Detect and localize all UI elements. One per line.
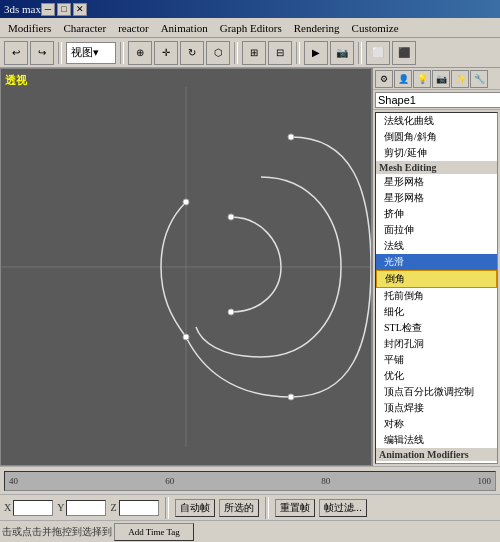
minimize-button[interactable]: ─ (41, 3, 55, 16)
ruler-marks: 40 60 80 100 (5, 476, 495, 486)
modifier-item[interactable]: 法线 (376, 238, 497, 254)
modifier-item[interactable]: 倒角 (376, 270, 497, 288)
filter-button[interactable]: 帧过滤... (319, 499, 367, 517)
select-button[interactable]: ⊕ (128, 41, 152, 65)
main-area: 透视 ⚙ 👤 💡 📷 ✨ (0, 68, 500, 466)
toolbar-separator-status2 (265, 497, 269, 519)
svg-point-5 (183, 199, 189, 205)
modifier-item[interactable]: 剪切/延伸 (376, 145, 497, 161)
menu-item-character[interactable]: Character (57, 20, 112, 36)
svg-point-3 (288, 394, 294, 400)
modifier-item[interactable]: 星形网格 (376, 190, 497, 206)
modifier-item[interactable]: 顶点百分比微调控制 (376, 384, 497, 400)
modifier-item[interactable]: 优化 (376, 368, 497, 384)
scale-button[interactable]: ⬡ (206, 41, 230, 65)
redo-button[interactable]: ↪ (30, 41, 54, 65)
modifier-item[interactable]: 细化 (376, 304, 497, 320)
camera-button[interactable]: 📷 (330, 41, 354, 65)
timeline-ruler[interactable]: 40 60 80 100 (4, 471, 496, 491)
add-time-tag-button[interactable]: Add Time Tag (114, 523, 194, 541)
selected-button[interactable]: 所选的 (219, 499, 259, 517)
menu-item-animation[interactable]: Animation (155, 20, 214, 36)
close-button[interactable]: ✕ (73, 3, 87, 16)
modifier-item[interactable]: 托前倒角 (376, 288, 497, 304)
svg-point-2 (288, 134, 294, 140)
reset-frame-button[interactable]: 重置帧 (275, 499, 315, 517)
rotate-button[interactable]: ↻ (180, 41, 204, 65)
modifier-section-animation-modifiers: Animation Modifiers (376, 448, 497, 461)
timeline-area: 40 60 80 100 (0, 466, 500, 494)
shape-name-row (373, 90, 500, 110)
modifier-item[interactable]: STL检查 (376, 320, 497, 336)
svg-point-7 (228, 309, 234, 315)
toolbar-separator-2 (120, 42, 124, 64)
title-bar: 3ds max ─ □ ✕ (0, 0, 500, 18)
viewport-canvas (1, 69, 371, 465)
panel-icon-2[interactable]: 👤 (394, 70, 412, 88)
controls-hint: 击或点击并拖控到选择到 (2, 525, 112, 539)
menu-item-reactor[interactable]: reactor (112, 20, 155, 36)
toolbar: ↩ ↪ 视图▾ ⊕ ✛ ↻ ⬡ ⊞ ⊟ ▶ 📷 ⬜ ⬛ (0, 38, 500, 68)
svg-point-4 (183, 334, 189, 340)
y-input[interactable] (66, 500, 106, 516)
move-button[interactable]: ✛ (154, 41, 178, 65)
panel-icon-row: ⚙ 👤 💡 📷 ✨ 🔧 (373, 68, 500, 90)
undo-button[interactable]: ↩ (4, 41, 28, 65)
menu-item-rendering[interactable]: Rendering (288, 20, 346, 36)
right-panel: ⚙ 👤 💡 📷 ✨ 🔧 法线化曲线倒圆角/斜角剪切/延伸Mesh Editing… (372, 68, 500, 466)
modifier-item[interactable]: 平铺 (376, 352, 497, 368)
panel-icon-1[interactable]: ⚙ (375, 70, 393, 88)
modifier-item[interactable]: 顶点焊接 (376, 400, 497, 416)
toolbar-separator-1 (58, 42, 62, 64)
z-coord-section: Z (110, 500, 158, 516)
x-input[interactable] (13, 500, 53, 516)
svg-point-6 (228, 214, 234, 220)
modifier-item[interactable]: 封闭孔洞 (376, 336, 497, 352)
panel-icon-3[interactable]: 💡 (413, 70, 431, 88)
extra-btn-1[interactable]: ⬜ (366, 41, 390, 65)
maximize-button[interactable]: □ (57, 3, 71, 16)
extra-btn-2[interactable]: ⬛ (392, 41, 416, 65)
y-coord-section: Y (57, 500, 106, 516)
toolbar-separator-status (165, 497, 169, 519)
toolbar-separator-4 (296, 42, 300, 64)
toolbar-separator-5 (358, 42, 362, 64)
modifier-item[interactable]: 面拉伸 (376, 222, 497, 238)
title-bar-buttons: ─ □ ✕ (41, 3, 87, 16)
modifier-item[interactable]: 倒圆角/斜角 (376, 129, 497, 145)
modifier-item[interactable]: 蒙皮 (376, 461, 497, 464)
x-coord-section: X (4, 500, 53, 516)
toolbar-separator-3 (234, 42, 238, 64)
snap2-button[interactable]: ⊟ (268, 41, 292, 65)
controls-bar: 击或点击并拖控到选择到 Add Time Tag (0, 520, 500, 542)
viewport-dropdown[interactable]: 视图▾ (66, 42, 116, 64)
panel-icon-5[interactable]: ✨ (451, 70, 469, 88)
panel-icon-4[interactable]: 📷 (432, 70, 450, 88)
modifier-item[interactable]: 对称 (376, 416, 497, 432)
modifier-item[interactable]: 光滑 (376, 254, 497, 270)
z-input[interactable] (119, 500, 159, 516)
viewport[interactable]: 透视 (0, 68, 372, 466)
panel-icon-6[interactable]: 🔧 (470, 70, 488, 88)
menu-item-graph-editors[interactable]: Graph Editors (214, 20, 288, 36)
render-button[interactable]: ▶ (304, 41, 328, 65)
z-label: Z (110, 502, 116, 513)
status-bar: X Y Z 自动帧 所选的 重置帧 帧过滤... (0, 494, 500, 520)
shape-name-input[interactable] (375, 92, 500, 108)
menu-item-modifiers[interactable]: Modifiers (2, 20, 57, 36)
modifier-section-mesh-editing: Mesh Editing (376, 161, 497, 174)
snap-button[interactable]: ⊞ (242, 41, 266, 65)
modifier-item[interactable]: 挤伸 (376, 206, 497, 222)
x-label: X (4, 502, 11, 513)
modifier-item[interactable]: 编辑法线 (376, 432, 497, 448)
modifier-list[interactable]: 法线化曲线倒圆角/斜角剪切/延伸Mesh Editing星形网格星形网格挤伸面拉… (375, 112, 498, 464)
menu-item-customize[interactable]: Customize (346, 20, 405, 36)
auto-keyframe-button[interactable]: 自动帧 (175, 499, 215, 517)
modifier-item[interactable]: 法线化曲线 (376, 113, 497, 129)
menu-bar: ModifiersCharacterreactorAnimationGraph … (0, 18, 500, 38)
title-text: 3ds max (4, 3, 41, 15)
y-label: Y (57, 502, 64, 513)
modifier-item[interactable]: 星形网格 (376, 174, 497, 190)
